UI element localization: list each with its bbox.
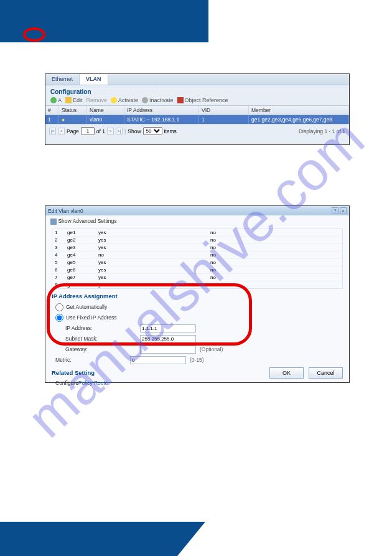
remove-button[interactable]: Remove	[86, 97, 108, 103]
cell-vid: 1	[199, 115, 249, 124]
show-advanced-toggle[interactable]: Show Advanced Settings	[45, 215, 349, 227]
next-page-icon[interactable]: >	[107, 128, 114, 134]
related-text: Configure	[55, 380, 78, 386]
port-v1: no	[96, 252, 208, 258]
inactivate-button[interactable]: Inactivate	[142, 97, 174, 103]
object-ref-button[interactable]: Object Reference	[177, 97, 228, 103]
page-footer-cut	[177, 522, 205, 556]
page-header-wedge	[180, 0, 208, 42]
port-idx: 3	[52, 244, 65, 251]
dialog-titlebar: Edit Vlan vlan0 ? ×	[45, 206, 349, 215]
dialog-buttons: OK Cancel	[269, 367, 343, 379]
col-num: #	[45, 106, 59, 115]
port-v2: no	[208, 229, 342, 236]
last-page-icon[interactable]: >|	[116, 128, 123, 134]
list-item: 6ge6yesno	[52, 266, 342, 274]
edit-button[interactable]: Edit	[65, 97, 83, 103]
gw-hint: (Optional)	[200, 346, 223, 352]
port-v1: yes	[96, 237, 208, 243]
pencil-icon	[65, 97, 72, 103]
first-page-icon[interactable]: |<	[49, 128, 56, 134]
page-label: Page	[67, 128, 79, 134]
add-button[interactable]: A	[50, 97, 62, 103]
port-v2: no	[208, 259, 342, 266]
inactivate-label: Inactivate	[149, 97, 174, 103]
port-idx: 2	[52, 237, 65, 243]
edit-label: Edit	[73, 97, 83, 103]
port-idx: 6	[52, 266, 65, 273]
plus-icon	[50, 97, 57, 103]
help-icon[interactable]: ?	[332, 207, 338, 214]
close-icon[interactable]: ×	[340, 207, 347, 214]
list-item: 7ge7yesno	[52, 274, 342, 281]
list-item: 3ge3yesno	[52, 244, 342, 252]
page-input[interactable]	[81, 127, 95, 135]
prev-page-icon[interactable]: <	[58, 128, 65, 134]
port-v1: yes	[96, 266, 208, 273]
tab-vlan[interactable]: VLAN	[80, 74, 108, 85]
port-name: ge1	[65, 229, 96, 236]
cell-ip: STATIC -- 192.168.1.1	[124, 115, 199, 124]
list-item: 1ge1yesno	[52, 229, 342, 237]
activate-button[interactable]: Activate	[111, 97, 138, 103]
gear-icon	[50, 219, 57, 225]
port-idx: 4	[52, 252, 65, 258]
port-v1: yes	[96, 229, 208, 236]
displaying-text: Displaying 1 - 1 of 1	[299, 128, 345, 134]
port-idx: 7	[52, 274, 65, 281]
port-list: 1ge1yesno2ge2yesno3ge3yesno4ge4nono5ge5y…	[52, 229, 343, 289]
page-footer-cut2	[205, 522, 392, 556]
cell-member: ge1,ge2,ge3,ge4,ge5,ge6,ge7,ge8	[249, 115, 349, 124]
metric-input[interactable]	[130, 356, 186, 364]
toolbar: A Edit Remove Activate Inactivate Object…	[45, 95, 349, 105]
port-name: ge6	[65, 266, 96, 273]
policy-route-link[interactable]: Policy Route	[78, 380, 108, 386]
activate-label: Activate	[118, 97, 138, 103]
add-label: A	[58, 97, 62, 103]
ok-button[interactable]: OK	[269, 367, 304, 379]
table-row[interactable]: 1 ● vlan0 STATIC -- 192.168.1.1 1 ge1,ge…	[45, 115, 349, 124]
dialog-title: Edit Vlan vlan0	[48, 208, 83, 214]
metric-hint: (0-15)	[190, 357, 204, 363]
port-v2: no	[208, 274, 342, 281]
cell-status: ●	[59, 115, 87, 124]
col-ip: IP Address	[124, 106, 199, 115]
list-item: 2ge2yesno	[52, 237, 342, 244]
port-v2: no	[208, 266, 342, 273]
grid-header-row: # Status Name IP Address VID Member	[45, 105, 349, 115]
tabstrip: Ethernet VLAN	[45, 74, 349, 85]
related-form: Configure Policy Route	[45, 377, 349, 389]
remove-label: Remove	[86, 97, 108, 103]
port-name: ge3	[65, 244, 96, 251]
col-name: Name	[87, 106, 124, 115]
port-name: ge2	[65, 237, 96, 243]
tab-ethernet[interactable]: Ethernet	[45, 74, 80, 85]
row-metric: Metric: (0-15)	[55, 355, 339, 365]
red-circle-annotation-1	[23, 27, 45, 42]
bulb-on-icon	[111, 97, 117, 103]
port-v2: no	[208, 237, 342, 243]
port-v2: no	[208, 252, 342, 258]
cancel-button[interactable]: Cancel	[309, 367, 343, 379]
gw-label: Gateway:	[65, 346, 140, 352]
window-controls: ? ×	[332, 207, 347, 214]
objref-label: Object Reference	[185, 97, 228, 103]
port-name: ge4	[65, 252, 96, 258]
port-idx: 1	[52, 229, 65, 236]
reference-icon	[177, 97, 184, 103]
show-label: Show	[128, 128, 141, 134]
port-v1: yes	[96, 259, 208, 266]
port-name: ge5	[65, 259, 96, 266]
show-select[interactable]: 50	[143, 127, 162, 135]
pager: |< < Page of 1 > >| | Show 50 items Disp…	[45, 124, 349, 138]
col-member: Member	[249, 106, 349, 115]
items-label: items	[164, 128, 177, 134]
port-v1: yes	[96, 244, 208, 251]
gw-input[interactable]	[140, 346, 196, 354]
port-v1: yes	[96, 274, 208, 281]
col-status: Status	[59, 106, 87, 115]
cell-num: 1	[45, 115, 59, 124]
page-of: of 1	[96, 128, 105, 134]
section-config-title: Configuration	[45, 85, 349, 95]
list-item: 4ge4nono	[52, 252, 342, 259]
